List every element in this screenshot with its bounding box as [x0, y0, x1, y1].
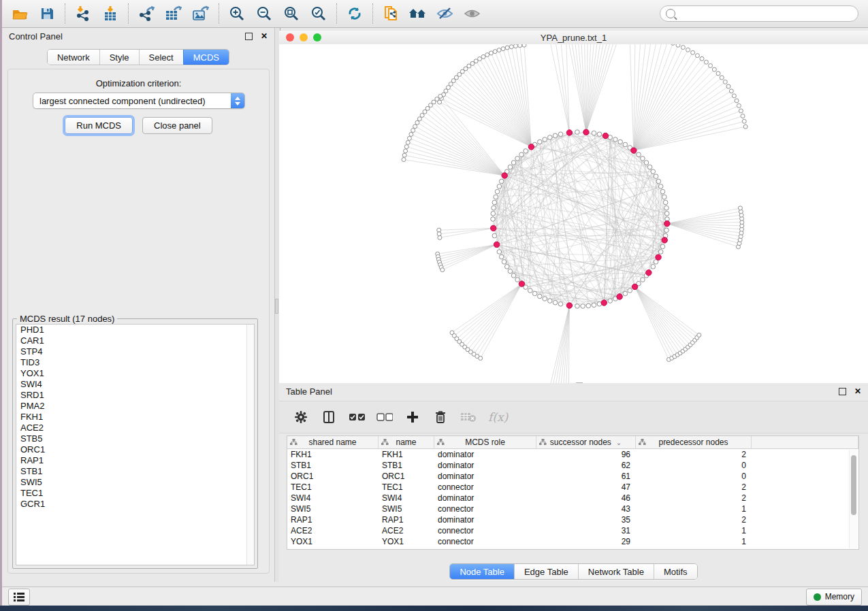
table-cell[interactable]: dominator	[434, 461, 536, 470]
table-cell[interactable]: 62	[536, 461, 636, 470]
tab-motifs[interactable]: Motifs	[654, 564, 697, 579]
table-row[interactable]: ACE2ACE2connector311	[287, 525, 858, 536]
table-cell[interactable]: SWI5	[287, 504, 379, 514]
table-cell[interactable]: SWI5	[379, 504, 434, 514]
table-row[interactable]: TEC1TEC1connector472	[287, 482, 858, 493]
close-panel-button[interactable]: Close panel	[142, 117, 212, 134]
split-columns-icon[interactable]	[321, 409, 337, 425]
mcds-result-item[interactable]: PHD1	[16, 325, 254, 335]
mcds-result-item[interactable]: PMA2	[16, 401, 254, 412]
mcds-result-item[interactable]: STB1	[16, 466, 254, 477]
table-cell[interactable]: 2	[636, 515, 752, 525]
column-header[interactable]: name	[379, 436, 434, 448]
mcds-result-item[interactable]: YOX1	[16, 368, 254, 379]
table-row[interactable]: PHD1PHD1dominator180	[287, 547, 858, 550]
table-cell[interactable]: ORC1	[287, 472, 379, 481]
table-cell[interactable]: SWI4	[379, 493, 434, 503]
table-cell[interactable]: dominator	[434, 548, 536, 550]
table-cell[interactable]: PHD1	[287, 548, 379, 550]
zoom-fit-icon[interactable]	[278, 2, 305, 25]
refresh-icon[interactable]	[341, 2, 368, 25]
table-cell[interactable]: YOX1	[287, 537, 379, 546]
mcds-result-item[interactable]: STP4	[16, 346, 254, 357]
table-cell[interactable]: 1	[636, 526, 752, 535]
table-row[interactable]: SWI4SWI4dominator462	[287, 493, 858, 503]
settings-icon[interactable]	[293, 409, 309, 425]
table-cell[interactable]: STB1	[287, 461, 379, 470]
mcds-result-list[interactable]: PHD1CAR1STP4TID3YOX1SWI4SRD1PMA2FKH1ACE2…	[16, 324, 255, 565]
table-scrollbar[interactable]	[849, 450, 858, 548]
run-mcds-button[interactable]: Run MCDS	[65, 117, 133, 134]
table-cell[interactable]: 47	[536, 482, 636, 492]
mcds-result-item[interactable]: ORC1	[16, 444, 254, 455]
table-cell[interactable]: RAP1	[287, 515, 379, 525]
table-scrollbar-thumb[interactable]	[851, 455, 856, 515]
table-cell[interactable]: YOX1	[379, 537, 434, 546]
mcds-result-item[interactable]: ACE2	[16, 423, 254, 433]
select-all-columns-icon[interactable]	[349, 409, 365, 425]
table-cell[interactable]: connector	[434, 526, 536, 535]
open-folder-icon[interactable]	[6, 2, 33, 25]
table-cell[interactable]: 0	[636, 472, 752, 481]
table-cell[interactable]: connector	[434, 537, 536, 546]
search-input[interactable]	[679, 8, 852, 19]
column-header[interactable]: shared name	[287, 436, 379, 448]
tab-edge-table[interactable]: Edge Table	[514, 564, 578, 579]
table-cell[interactable]: 31	[536, 526, 636, 535]
table-cell[interactable]: 46	[536, 493, 636, 503]
first-neighbors-icon[interactable]	[404, 2, 432, 25]
export-table-icon[interactable]	[160, 2, 187, 25]
table-cell[interactable]: ORC1	[379, 472, 434, 481]
close-panel-icon[interactable]: ✕	[854, 387, 861, 395]
table-cell[interactable]: 61	[536, 472, 636, 481]
table-cell[interactable]: dominator	[434, 472, 536, 481]
tab-mcds[interactable]: MCDS	[183, 50, 229, 65]
table-cell[interactable]: 2	[636, 450, 752, 459]
table-cell[interactable]: 43	[536, 504, 636, 514]
table-cell[interactable]: connector	[434, 482, 536, 492]
mcds-result-item[interactable]: TEC1	[16, 488, 254, 499]
float-panel-icon[interactable]	[245, 33, 253, 40]
table-row[interactable]: YOX1YOX1connector291	[287, 536, 858, 547]
mcds-result-item[interactable]: SWI5	[16, 477, 254, 488]
export-image-icon[interactable]	[187, 2, 214, 25]
deselect-all-columns-icon[interactable]	[376, 409, 393, 425]
table-cell[interactable]: STB1	[379, 461, 434, 470]
add-column-icon[interactable]	[404, 409, 421, 425]
mcds-result-item[interactable]: GCR1	[16, 499, 254, 510]
table-cell[interactable]: SWI4	[287, 493, 379, 503]
hide-selected-icon[interactable]	[432, 2, 459, 25]
mcds-result-item[interactable]: TID3	[16, 357, 254, 368]
tab-network[interactable]: Network	[48, 50, 99, 65]
splitter-grip[interactable]	[275, 299, 278, 314]
network-canvas[interactable]	[279, 44, 868, 383]
criterion-dropdown[interactable]: largest connected component (undirected)	[33, 93, 245, 109]
task-history-button[interactable]	[8, 589, 30, 606]
table-row[interactable]: SWI5SWI5connector431	[287, 503, 858, 514]
table-cell[interactable]: 0	[636, 548, 752, 550]
table-cell[interactable]: 18	[536, 548, 636, 550]
table-cell[interactable]: FKH1	[379, 450, 434, 459]
mcds-result-item[interactable]: CAR1	[16, 335, 254, 346]
table-cell[interactable]: FKH1	[287, 450, 379, 459]
table-cell[interactable]: 1	[636, 504, 752, 514]
column-header[interactable]: predecessor nodes	[636, 436, 752, 448]
import-table-icon[interactable]	[97, 2, 124, 25]
table-cell[interactable]: TEC1	[287, 482, 379, 492]
table-cell[interactable]: PHD1	[379, 548, 434, 550]
memory-button[interactable]: Memory	[806, 589, 862, 606]
table-cell[interactable]: dominator	[434, 493, 536, 503]
table-cell[interactable]: 2	[636, 482, 752, 492]
show-all-icon[interactable]	[459, 2, 486, 25]
tab-style[interactable]: Style	[99, 50, 139, 65]
zoom-in-icon[interactable]	[223, 2, 251, 25]
tab-select[interactable]: Select	[139, 50, 183, 65]
list-scrollbar[interactable]	[246, 325, 254, 565]
tab-node-table[interactable]: Node Table	[450, 564, 514, 579]
float-panel-icon[interactable]	[839, 388, 846, 395]
import-network-icon[interactable]	[69, 2, 97, 25]
table-cell[interactable]: 35	[536, 515, 636, 525]
table-cell[interactable]: 29	[536, 537, 636, 546]
table-cell[interactable]: ACE2	[287, 526, 379, 535]
table-row[interactable]: ORC1ORC1dominator610	[287, 471, 858, 482]
